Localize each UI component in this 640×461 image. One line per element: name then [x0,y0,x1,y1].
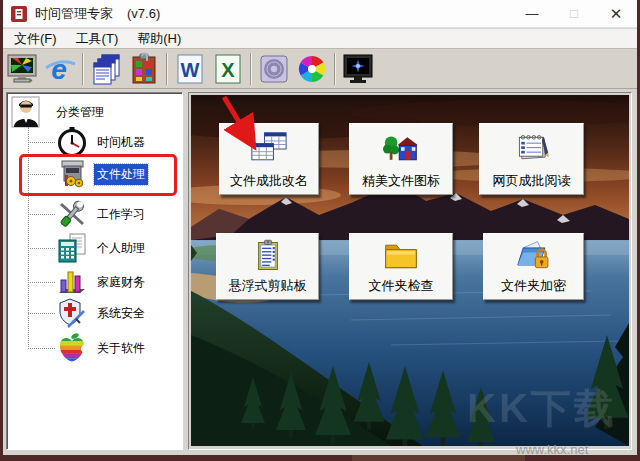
tree-root-item[interactable]: 分类管理 [9,96,107,128]
window-version: (v7.6) [127,6,160,21]
batch-rename-icon [247,131,291,167]
toolbar-separator [334,53,336,85]
button-label: 文件成批改名 [230,172,308,190]
folder-icon [379,238,423,274]
sidebar-item-label: 关于软件 [94,338,148,359]
web-batch-read-button[interactable]: 网页成批阅读 [479,123,584,195]
maximize-button[interactable]: □ [553,0,595,27]
title-bar: 时间管理专家 (v7.6) — □ ✕ [3,0,637,28]
desktop-display-icon[interactable] [3,50,41,88]
sidebar-item-label: 家庭财务 [94,272,148,293]
svg-text:W: W [181,59,200,81]
toolbar-separator [82,53,84,85]
tree-connector [28,248,55,249]
sidebar-item-label: 系统安全 [94,303,148,324]
button-label: 悬浮式剪贴板 [229,277,307,295]
internet-explorer-icon[interactable]: e [41,50,79,88]
clipboard-icon [248,239,288,273]
toolbar-separator [166,53,168,85]
toolbar: e [3,48,637,89]
manager-person-icon [9,96,43,128]
screen-saver-icon[interactable] [339,50,377,88]
clock-icon [55,126,89,158]
icon-clipboard-icon[interactable] [125,50,163,88]
minimize-button[interactable]: — [511,0,553,27]
folder-lock-icon [512,238,556,274]
rainbow-apple-icon [55,332,89,364]
file-icons-button[interactable]: 精美文件图标 [349,123,453,195]
menu-help[interactable]: 帮助(H) [129,29,189,49]
button-label: 文件夹加密 [501,277,566,295]
tree-connector [28,174,55,175]
menu-bar: 文件(F) 工具(T) 帮助(H) [3,29,637,48]
tree-connector [28,348,55,349]
tree-root-label: 分类管理 [53,102,107,123]
close-button[interactable]: ✕ [595,0,637,27]
documents-stack-icon[interactable] [87,50,125,88]
svg-text:e: e [51,54,67,85]
tree-connector [28,142,55,143]
sidebar-item-work-study[interactable]: 工作学习 [7,197,182,231]
calculator-icon [55,232,89,264]
app-icon [11,6,27,22]
button-label: 文件夹检查 [369,277,434,295]
screenshot-root: 时间管理专家 (v7.6) — □ ✕ 文件(F) 工具(T) 帮助(H) [0,0,640,461]
menu-tools[interactable]: 工具(T) [68,29,127,49]
window-title: 时间管理专家 [35,5,113,23]
sidebar-item-label: 工作学习 [94,204,148,225]
sidebar-item-file-processing[interactable]: 文件处理 [7,157,182,191]
category-tree-panel: 分类管理 时间机器 [6,92,183,450]
word-icon[interactable]: W [171,50,209,88]
folder-encrypt-button[interactable]: 文件夹加密 [483,233,584,300]
tree-connector [28,282,55,283]
floating-clipboard-button[interactable]: 悬浮式剪贴板 [216,233,319,300]
sidebar-item-label: 时间机器 [94,132,148,153]
menu-file[interactable]: 文件(F) [6,29,65,49]
button-label: 精美文件图标 [362,172,440,190]
sidebar-item-family-finance[interactable]: 家庭财务 [7,265,182,299]
bar-chart-icon [55,266,89,298]
excel-icon[interactable]: X [209,50,247,88]
tree-connector [28,313,55,314]
tools-wrench-icon [55,198,89,230]
toolbar-separator [250,53,252,85]
notebook-pen-icon [510,131,554,167]
machine-gears-icon [55,158,89,190]
folder-check-button[interactable]: 文件夹检查 [349,233,453,300]
sidebar-item-time-machine[interactable]: 时间机器 [7,125,182,159]
sidebar-item-about[interactable]: 关于软件 [7,331,182,365]
sidebar-item-label-selected: 文件处理 [94,164,148,185]
cd-rom-icon[interactable] [255,50,293,88]
svg-text:X: X [221,59,235,81]
batch-rename-button[interactable]: 文件成批改名 [219,123,319,195]
app-window: 时间管理专家 (v7.6) — □ ✕ 文件(F) 工具(T) 帮助(H) [3,0,637,455]
shield-sword-icon [55,297,89,329]
color-disc-icon[interactable] [293,50,331,88]
sidebar-item-label: 个人助理 [94,238,148,259]
main-panel: 文件成批改名 精美文件图标 [188,92,632,450]
window-controls: — □ ✕ [511,0,637,27]
sidebar-item-personal-assistant[interactable]: 个人助理 [7,231,182,265]
tree-connector [28,214,55,215]
sidebar-item-system-security[interactable]: 系统安全 [7,296,182,330]
button-label: 网页成批阅读 [493,172,571,190]
house-tree-icon [379,131,423,167]
